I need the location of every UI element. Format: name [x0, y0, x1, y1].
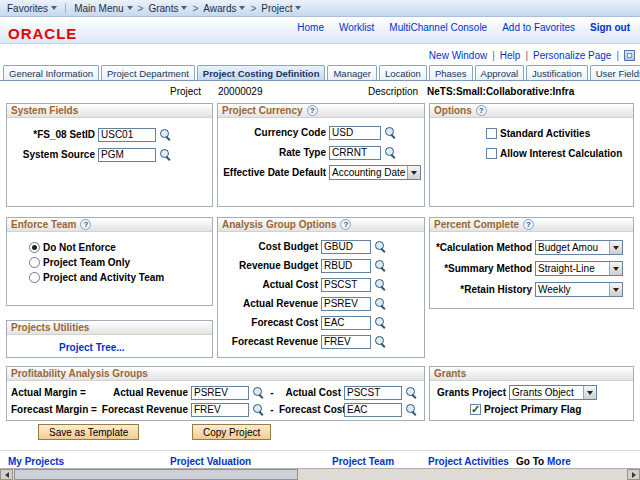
- revenue-budget-input[interactable]: [321, 259, 371, 273]
- do-not-enforce-radio[interactable]: [29, 242, 40, 253]
- help-icon[interactable]: ?: [80, 219, 91, 230]
- forecast-cost-lookup-icon[interactable]: [405, 403, 418, 416]
- actual-revenue-lookup-icon[interactable]: [374, 297, 387, 310]
- add-to-favorites-link[interactable]: Add to Favorites: [502, 22, 575, 33]
- breadcrumb-project[interactable]: Project: [261, 3, 301, 14]
- actual-revenue-input[interactable]: [191, 386, 249, 400]
- sign-out-link[interactable]: Sign out: [590, 22, 630, 33]
- rate-type-input[interactable]: [329, 146, 381, 160]
- tab-project-costing-definition[interactable]: Project Costing Definition: [197, 65, 326, 80]
- actual-revenue-label: Actual Revenue: [100, 387, 188, 398]
- help-link[interactable]: Help: [500, 50, 521, 61]
- forecast-cost-input[interactable]: [321, 316, 371, 330]
- tab-general-information[interactable]: General Information: [3, 65, 99, 80]
- system-source-input[interactable]: [98, 148, 156, 162]
- breadcrumb-grants[interactable]: Grants: [148, 3, 187, 14]
- tab-project-department[interactable]: Project Department: [101, 65, 195, 80]
- forecast-cost-label: Forecast Cost: [279, 404, 341, 415]
- project-primary-flag-checkbox[interactable]: [470, 404, 481, 415]
- multichannel-console-link[interactable]: MultiChannel Console: [389, 22, 487, 33]
- tab-justification[interactable]: Justification: [526, 65, 588, 80]
- actual-cost-lookup-icon[interactable]: [374, 278, 387, 291]
- enforce-team-header: Enforce Team?: [7, 218, 212, 232]
- forecast-revenue-lookup-icon[interactable]: [252, 403, 265, 416]
- project-tree-link[interactable]: Project Tree...: [59, 342, 125, 353]
- project-currency-title: Project Currency: [222, 105, 303, 116]
- standard-activities-label: Standard Activities: [500, 128, 590, 139]
- system-source-lookup-icon[interactable]: [159, 148, 172, 161]
- forecast-cost-lookup-icon[interactable]: [374, 316, 387, 329]
- project-valuation-link[interactable]: Project Valuation: [170, 456, 251, 467]
- home-link[interactable]: Home: [297, 22, 324, 33]
- copy-project-button[interactable]: Copy Project: [192, 424, 271, 440]
- standard-activities-checkbox[interactable]: [486, 128, 497, 139]
- grants-project-select[interactable]: Grants Object: [509, 385, 597, 400]
- summary-method-select[interactable]: Straight-Line: [535, 261, 623, 276]
- help-icon[interactable]: ?: [476, 105, 487, 116]
- my-projects-link[interactable]: My Projects: [8, 456, 64, 467]
- help-icon[interactable]: ?: [307, 105, 318, 116]
- project-activities-link[interactable]: Project Activities: [428, 456, 509, 467]
- rate-type-label: Rate Type: [222, 147, 326, 158]
- scrollbar-thumb[interactable]: [14, 469, 298, 480]
- project-tree-row: Project Tree...: [59, 340, 208, 355]
- standard-activities-row: Standard Activities: [486, 126, 629, 141]
- forecast-revenue-input[interactable]: [321, 335, 371, 349]
- personalize-layout-icon[interactable]: [624, 50, 635, 61]
- profitability-analysis-groupbox: Profitability Analysis Groups Actual Mar…: [6, 366, 425, 421]
- forecast-revenue-input[interactable]: [191, 403, 249, 417]
- breadcrumb-favorites[interactable]: Favorites: [7, 3, 57, 14]
- calculation-method-value: Budget Amou: [536, 242, 609, 253]
- revenue-budget-lookup-icon[interactable]: [374, 259, 387, 272]
- forecast-margin-row: Forecast Margin = Forecast Revenue - For…: [11, 402, 420, 417]
- grants-project-value: Grants Object: [510, 387, 583, 398]
- help-icon[interactable]: ?: [340, 219, 351, 230]
- effective-date-default-select[interactable]: Accounting Date: [329, 165, 421, 180]
- save-as-template-button[interactable]: Save as Template: [38, 424, 139, 440]
- forecast-cost-label: Forecast Cost: [222, 317, 318, 328]
- effective-date-row: Effective Date Default Accounting Date: [222, 165, 420, 180]
- dropdown-arrow-icon: [583, 386, 596, 399]
- personalize-page-link[interactable]: Personalize Page: [533, 50, 611, 61]
- tab-manager[interactable]: Manager: [327, 65, 377, 80]
- breadcrumb-main-menu[interactable]: Main Menu: [74, 3, 132, 14]
- enforce-team-groupbox: Enforce Team? Do Not Enforce Project Tea…: [6, 217, 213, 306]
- project-team-link[interactable]: Project Team: [332, 456, 394, 467]
- worklist-link[interactable]: Worklist: [339, 22, 374, 33]
- projects-utilities-header: Projects Utilities: [7, 321, 212, 335]
- forecast-revenue-lookup-icon[interactable]: [374, 335, 387, 348]
- actual-revenue-lookup-icon[interactable]: [252, 386, 265, 399]
- projects-utilities-title: Projects Utilities: [11, 322, 89, 333]
- new-window-link[interactable]: New Window: [429, 50, 487, 61]
- goto-more-link[interactable]: More: [547, 456, 571, 467]
- cost-budget-lookup-icon[interactable]: [374, 240, 387, 253]
- cost-budget-input[interactable]: [321, 240, 371, 254]
- tab-user-fields[interactable]: User Fields: [590, 65, 640, 80]
- actual-cost-input[interactable]: [321, 278, 371, 292]
- horizontal-scrollbar[interactable]: [0, 468, 640, 480]
- breadcrumb-separator: >: [192, 3, 198, 14]
- tab-approval[interactable]: Approval: [475, 65, 525, 80]
- setid-lookup-icon[interactable]: [159, 128, 172, 141]
- project-team-only-radio[interactable]: [29, 257, 40, 268]
- allow-interest-calculation-label: Allow Interest Calculation: [500, 148, 622, 159]
- breadcrumb-awards[interactable]: Awards: [203, 3, 245, 14]
- allow-interest-calculation-checkbox[interactable]: [486, 148, 497, 159]
- calculation-method-select[interactable]: Budget Amou: [535, 240, 623, 255]
- help-icon[interactable]: ?: [523, 219, 534, 230]
- project-and-activity-team-radio[interactable]: [29, 272, 40, 283]
- rate-type-lookup-icon[interactable]: [384, 146, 397, 159]
- currency-code-input[interactable]: [329, 126, 381, 140]
- actual-cost-lookup-icon[interactable]: [405, 386, 418, 399]
- scroll-right-icon[interactable]: [627, 469, 640, 480]
- forecast-cost-input[interactable]: [344, 403, 402, 417]
- currency-code-lookup-icon[interactable]: [384, 126, 397, 139]
- retain-history-select[interactable]: Weekly: [535, 282, 623, 297]
- actual-cost-input[interactable]: [344, 386, 402, 400]
- scroll-left-icon[interactable]: [0, 469, 13, 480]
- tab-phases[interactable]: Phases: [429, 65, 473, 80]
- setid-input[interactable]: [98, 128, 156, 142]
- actual-revenue-input[interactable]: [321, 297, 371, 311]
- tab-location[interactable]: Location: [379, 65, 427, 80]
- options-header: Options?: [430, 104, 633, 118]
